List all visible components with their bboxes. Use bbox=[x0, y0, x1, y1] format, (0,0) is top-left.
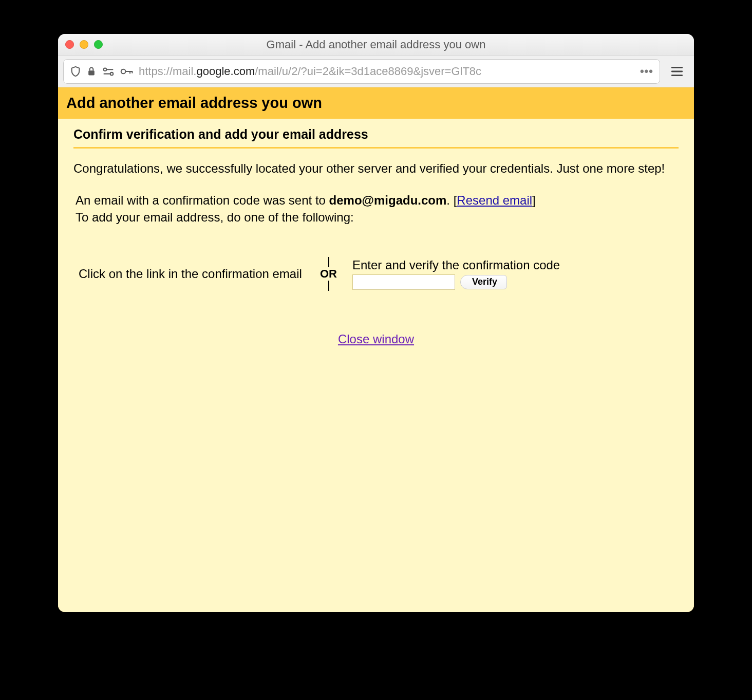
window-title: Gmail - Add another email address you ow… bbox=[58, 38, 694, 51]
verify-row: Verify bbox=[352, 274, 560, 290]
enter-code-label: Enter and verify the confirmation code bbox=[352, 258, 560, 272]
congrats-text: Congratulations, we successfully located… bbox=[58, 157, 694, 187]
verify-button[interactable]: Verify bbox=[460, 275, 507, 289]
svg-point-3 bbox=[110, 72, 114, 75]
svg-rect-0 bbox=[88, 70, 95, 75]
or-label: OR bbox=[320, 267, 337, 281]
confirmation-instructions: An email with a confirmation code was se… bbox=[58, 187, 694, 226]
page-title: Add another email address you own bbox=[58, 87, 694, 119]
url-scheme: https://mail. bbox=[139, 65, 196, 78]
confirmation-prefix: An email with a confirmation code was se… bbox=[76, 193, 329, 207]
or-line-bottom bbox=[328, 281, 329, 291]
close-window-row: Close window bbox=[58, 291, 694, 346]
url-overflow-icon[interactable]: ••• bbox=[640, 65, 653, 78]
confirmation-close-bracket: ] bbox=[532, 193, 536, 207]
to-add-line: To add your email address, do one of the… bbox=[76, 210, 354, 224]
url-text: https://mail.google.com/mail/u/2/?ui=2&i… bbox=[139, 65, 635, 78]
permissions-icon[interactable] bbox=[102, 66, 115, 77]
svg-point-1 bbox=[104, 68, 107, 71]
shield-icon[interactable] bbox=[70, 65, 81, 78]
browser-window: Gmail - Add another email address you ow… bbox=[58, 34, 694, 612]
zoom-window-icon[interactable] bbox=[94, 40, 103, 49]
url-domain: google.com bbox=[196, 65, 255, 78]
lock-icon[interactable] bbox=[86, 66, 97, 77]
option-click-link: Click on the link in the confirmation em… bbox=[79, 266, 305, 282]
section-title: Confirm verification and add your email … bbox=[58, 119, 694, 147]
window-titlebar: Gmail - Add another email address you ow… bbox=[58, 34, 694, 56]
verification-options: Click on the link in the confirmation em… bbox=[58, 226, 694, 291]
close-window-icon[interactable] bbox=[65, 40, 74, 49]
minimize-window-icon[interactable] bbox=[80, 40, 88, 49]
option-enter-code: Enter and verify the confirmation code V… bbox=[352, 258, 560, 290]
or-separator: OR bbox=[320, 257, 337, 291]
resend-email-link[interactable]: Resend email bbox=[457, 193, 532, 207]
page-content: Add another email address you own Confir… bbox=[58, 87, 694, 612]
menu-button[interactable] bbox=[665, 60, 689, 83]
confirmation-period: . [ bbox=[446, 193, 457, 207]
browser-toolbar: https://mail.google.com/mail/u/2/?ui=2&i… bbox=[58, 56, 694, 87]
or-line-top bbox=[328, 257, 329, 267]
confirmation-email: demo@migadu.com bbox=[329, 193, 447, 207]
window-controls bbox=[65, 40, 103, 49]
address-bar[interactable]: https://mail.google.com/mail/u/2/?ui=2&i… bbox=[63, 59, 660, 84]
url-path: /mail/u/2/?ui=2&ik=3d1ace8869&jsver=GlT8… bbox=[255, 65, 481, 78]
key-icon[interactable] bbox=[120, 67, 134, 76]
page-body: Confirm verification and add your email … bbox=[58, 119, 694, 612]
svg-point-5 bbox=[121, 69, 126, 73]
close-window-link[interactable]: Close window bbox=[338, 332, 414, 346]
divider bbox=[73, 147, 679, 149]
confirmation-code-input[interactable] bbox=[352, 274, 455, 290]
